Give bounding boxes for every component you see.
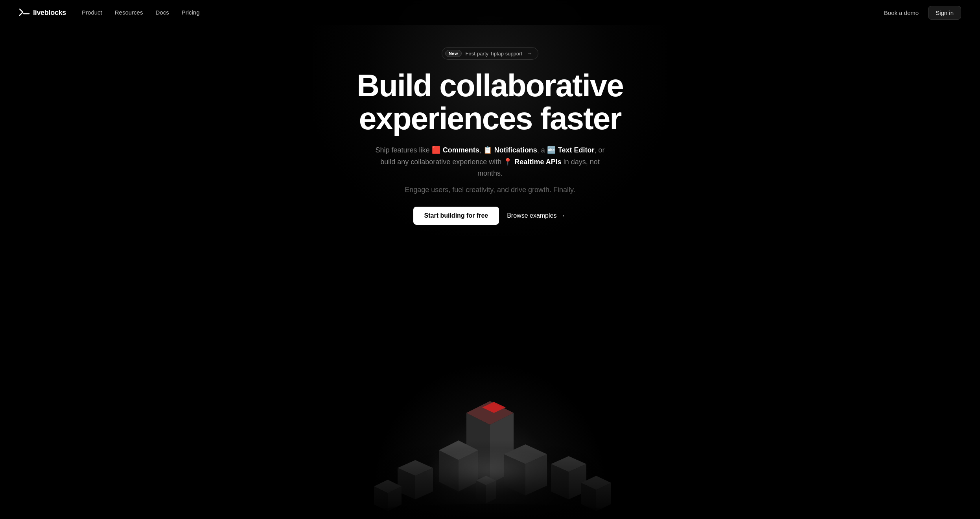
feature-comments: Comments	[443, 146, 479, 154]
headline-line1: Build collaborative	[357, 68, 623, 103]
sign-in-button[interactable]: Sign in	[928, 6, 961, 20]
subtext-prefix: Ship features like	[376, 146, 430, 154]
pill-text: First-party Tiptap support	[466, 51, 523, 57]
browse-examples-label: Browse examples	[507, 212, 556, 219]
nav-right: Book a demo Sign in	[879, 6, 961, 20]
feature-text-editor: Text Editor	[558, 146, 595, 154]
logo-text: liveblocks	[33, 9, 66, 17]
svg-point-26	[372, 504, 608, 518]
nav-left: liveblocks Product Resources Docs Pricin…	[19, 8, 200, 17]
hero-section: New First-party Tiptap support → Build c…	[0, 0, 980, 519]
hero-illustration	[313, 370, 667, 519]
comments-icon: 🟥	[432, 145, 440, 156]
logo[interactable]: liveblocks	[19, 8, 66, 17]
hero-ctas: Start building for free Browse examples …	[413, 207, 567, 225]
feature-realtime-apis: Realtime APIs	[514, 158, 561, 166]
hero-subtext: Ship features like 🟥 Comments, 📋 Notific…	[368, 145, 612, 180]
nav-links: Product Resources Docs Pricing	[82, 9, 199, 16]
spotlight-glow	[423, 448, 557, 495]
nav-link-pricing[interactable]: Pricing	[182, 9, 200, 16]
hero-tagline: Engage users, fuel creativity, and drive…	[405, 186, 575, 194]
nav-link-product[interactable]: Product	[82, 9, 102, 16]
browse-examples-arrow: →	[559, 212, 565, 219]
blocks-svg	[313, 370, 667, 519]
realtime-apis-icon: 📍	[503, 156, 512, 168]
fade-right	[901, 0, 980, 519]
browse-examples-button[interactable]: Browse examples →	[505, 207, 567, 225]
pill-badge: New	[445, 50, 462, 57]
navbar: liveblocks Product Resources Docs Pricin…	[0, 0, 980, 25]
book-demo-button[interactable]: Book a demo	[879, 6, 923, 19]
headline-line2: experiences faster	[359, 101, 621, 136]
logo-icon	[19, 8, 30, 17]
announcement-pill[interactable]: New First-party Tiptap support →	[442, 47, 538, 60]
hero-headline: Build collaborative experiences faster	[357, 69, 623, 135]
fade-left	[0, 0, 79, 519]
feature-notifications: Notifications	[494, 146, 537, 154]
pill-arrow: →	[527, 50, 532, 57]
nav-link-resources[interactable]: Resources	[115, 9, 143, 16]
text-editor-icon: 🔤	[547, 145, 556, 156]
nav-link-docs[interactable]: Docs	[155, 9, 169, 16]
hero-content: New First-party Tiptap support → Build c…	[313, 47, 667, 225]
notifications-icon: 📋	[483, 145, 492, 156]
start-building-button[interactable]: Start building for free	[413, 207, 499, 225]
